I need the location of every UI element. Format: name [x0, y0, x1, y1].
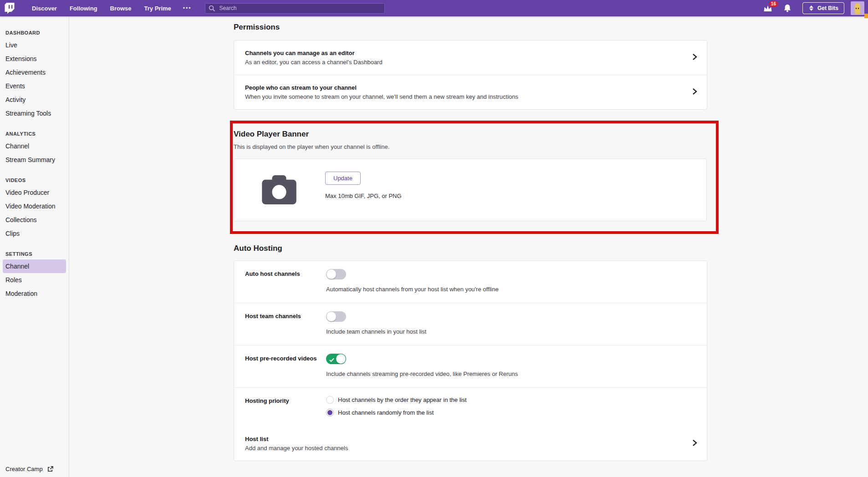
- chevron-right-icon[interactable]: [692, 439, 698, 448]
- creator-camp-link[interactable]: Creator Camp: [5, 466, 53, 472]
- video-player-banner-subtitle: This is displayed on the player when you…: [234, 143, 716, 150]
- setting-label: Hosting priority: [245, 396, 326, 416]
- setting-label: Host pre-recorded videos: [245, 354, 326, 377]
- sidebar-item-streaming-tools[interactable]: Streaming Tools: [3, 107, 66, 120]
- sidebar-group-title: ANALYTICS: [0, 131, 69, 137]
- radio-label: Host channels randomly from the list: [338, 409, 434, 416]
- bits-gem-icon: [808, 5, 814, 11]
- setting-label: Auto host channels: [245, 269, 326, 293]
- nav-link-discover[interactable]: Discover: [32, 5, 57, 12]
- sidebar-item-channel-analytics[interactable]: Channel: [3, 139, 66, 153]
- search-icon: [209, 5, 215, 14]
- host-prerecorded-toggle[interactable]: [326, 354, 346, 364]
- sidebar-item-events[interactable]: Events: [3, 79, 66, 93]
- check-icon: [329, 356, 334, 364]
- sidebar-group-title: DASHBOARD: [0, 30, 69, 36]
- row-title: Host list: [245, 436, 681, 442]
- red-annotation-box: Video Player Banner This is displayed on…: [230, 121, 719, 234]
- setting-description: Automatically host channels from your ho…: [326, 286, 696, 293]
- auto-host-toggle[interactable]: [326, 269, 346, 279]
- sidebar-item-extensions[interactable]: Extensions: [3, 52, 66, 66]
- creator-camp-label: Creator Camp: [5, 466, 43, 472]
- twitch-logo-icon[interactable]: [5, 2, 15, 14]
- notification-count-badge: 16: [769, 1, 778, 7]
- chevron-right-icon[interactable]: [692, 53, 698, 62]
- more-menu-icon[interactable]: •••: [183, 5, 192, 11]
- row-title: People who can stream to your channel: [245, 84, 681, 91]
- radio-unselected-icon: [326, 396, 334, 404]
- nav-link-following[interactable]: Following: [70, 5, 97, 12]
- row-description: Add and manage your hosted channels: [245, 445, 681, 452]
- sidebar-item-video-producer[interactable]: Video Producer: [3, 186, 66, 199]
- sidebar-item-channel-settings[interactable]: Channel: [3, 259, 66, 273]
- auto-hosting-heading: Auto Hosting: [234, 244, 707, 253]
- permissions-row-streamers[interactable]: People who can stream to your channel Wh…: [234, 75, 707, 109]
- sidebar-group-dashboard: DASHBOARD Live Extensions Achievements E…: [0, 30, 69, 120]
- notifications-bell-button[interactable]: [783, 4, 791, 13]
- toggle-knob: [327, 312, 336, 321]
- auto-hosting-card: Auto host channels Automatically host ch…: [234, 260, 707, 461]
- chevron-right-icon[interactable]: [692, 88, 698, 97]
- prime-crown-button[interactable]: 16: [763, 5, 772, 12]
- sidebar-item-achievements[interactable]: Achievements: [3, 66, 66, 79]
- get-bits-label: Get Bits: [817, 5, 838, 11]
- permissions-card: Channels you can manage as an editor As …: [234, 40, 707, 110]
- sidebar-item-live[interactable]: Live: [3, 38, 66, 52]
- setting-row-hosting-priority: Hosting priority Host channels by the or…: [234, 387, 707, 426]
- sidebar-item-activity[interactable]: Activity: [3, 93, 66, 107]
- bell-icon: [783, 4, 791, 13]
- nav-links: Discover Following Browse Try Prime •••: [26, 5, 197, 12]
- toggle-knob: [336, 354, 346, 364]
- get-bits-button[interactable]: Get Bits: [802, 2, 844, 14]
- row-description: As an editor, you can access a channel's…: [245, 59, 681, 66]
- sidebar-item-collections[interactable]: Collections: [3, 213, 66, 227]
- avatar-detail: [858, 8, 859, 9]
- sidebar-group-settings: SETTINGS Channel Roles Moderation: [0, 251, 69, 300]
- nav-link-try-prime[interactable]: Try Prime: [144, 5, 171, 12]
- radio-host-by-order[interactable]: Host channels by the order they appear i…: [326, 396, 696, 404]
- avatar-corner-badge: [864, 14, 868, 18]
- sidebar-group-videos: VIDEOS Video Producer Video Moderation C…: [0, 178, 69, 240]
- toggle-knob: [327, 269, 336, 279]
- radio-label: Host channels by the order they appear i…: [338, 396, 467, 403]
- radio-host-randomly[interactable]: Host channels randomly from the list: [326, 409, 696, 416]
- sidebar-item-roles[interactable]: Roles: [3, 273, 66, 287]
- sidebar-item-video-moderation[interactable]: Video Moderation: [3, 199, 66, 213]
- video-player-banner-card: Update Max 10mb GIF, JPG, or PNG: [234, 158, 707, 221]
- row-title: Channels you can manage as an editor: [245, 50, 681, 56]
- host-list-row[interactable]: Host list Add and manage your hosted cha…: [234, 426, 707, 461]
- row-description: When you invite someone to stream on you…: [245, 93, 681, 100]
- setting-label: Host team channels: [245, 311, 326, 335]
- sidebar-group-title: VIDEOS: [0, 178, 69, 183]
- radio-selected-icon: [326, 409, 334, 416]
- nav-link-browse[interactable]: Browse: [110, 5, 132, 12]
- host-team-toggle[interactable]: [326, 311, 346, 322]
- main-content: Permissions Channels you can manage as a…: [69, 16, 868, 477]
- sidebar-group-analytics: ANALYTICS Channel Stream Summary: [0, 131, 69, 167]
- sidebar-item-clips[interactable]: Clips: [3, 227, 66, 240]
- external-link-icon: [47, 466, 53, 472]
- nav-right-cluster: 16 Get Bits: [763, 1, 868, 15]
- sidebar-group-title: SETTINGS: [0, 251, 69, 257]
- sidebar-item-moderation[interactable]: Moderation: [3, 287, 66, 300]
- setting-row-host-prerecorded: Host pre-recorded videos Include channel…: [234, 345, 707, 387]
- setting-row-host-team: Host team channels Include team channels…: [234, 303, 707, 345]
- permissions-row-editors[interactable]: Channels you can manage as an editor As …: [234, 41, 707, 75]
- update-banner-button[interactable]: Update: [325, 172, 361, 185]
- avatar-detail: [856, 8, 857, 9]
- camera-placeholder-icon: [260, 172, 298, 208]
- setting-description: Include channels streaming pre-recorded …: [326, 370, 696, 377]
- setting-description: Include team channels in your host list: [326, 328, 696, 335]
- user-avatar[interactable]: [851, 1, 864, 15]
- search-box: [205, 3, 385, 14]
- search-input[interactable]: [205, 3, 385, 14]
- video-player-banner-heading: Video Player Banner: [234, 130, 716, 139]
- top-navbar: Discover Following Browse Try Prime ••• …: [0, 0, 868, 16]
- sidebar-item-stream-summary[interactable]: Stream Summary: [3, 153, 66, 167]
- permissions-heading: Permissions: [234, 23, 707, 32]
- sidebar: DASHBOARD Live Extensions Achievements E…: [0, 16, 69, 477]
- banner-upload-hint: Max 10mb GIF, JPG, or PNG: [325, 193, 402, 199]
- setting-row-auto-host: Auto host channels Automatically host ch…: [234, 261, 707, 303]
